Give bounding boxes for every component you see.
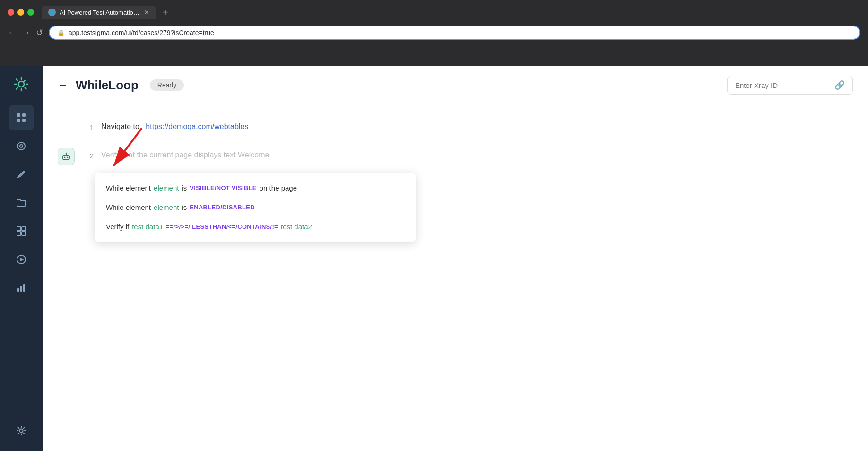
svg-rect-16 xyxy=(23,284,25,292)
sidebar-item-folder[interactable] xyxy=(9,190,34,216)
suggestion-1-prefix: While element xyxy=(106,184,151,192)
step-1-text-prefix: Navigate to xyxy=(101,122,144,130)
suggestion-item-3[interactable]: Verify if test data1 ==/>/>=/ LESSTHAN/<… xyxy=(95,217,416,236)
svg-rect-2 xyxy=(22,113,26,117)
suggestion-dropdown: While element element is VISIBLE/NOT VIS… xyxy=(95,173,416,242)
suggestion-2-prefix: While element xyxy=(106,203,151,211)
app-logo xyxy=(11,74,32,95)
back-button[interactable]: ← xyxy=(58,79,68,91)
sidebar-item-reports[interactable] xyxy=(9,275,34,301)
tab-close-button[interactable]: ✕ xyxy=(144,9,149,16)
suggestion-3-kw1: test data1 xyxy=(132,223,163,231)
suggestion-2-middle: is xyxy=(182,203,187,211)
svg-point-22 xyxy=(67,157,69,158)
step-row-1: 1 Navigate to https://demoqa.com/webtabl… xyxy=(43,114,868,142)
sidebar-item-run[interactable] xyxy=(9,247,34,272)
sidebar-item-modules[interactable] xyxy=(9,218,34,244)
suggestion-1-kw2: VISIBLE/NOT VISIBLE xyxy=(190,184,257,191)
suggestion-item-1[interactable]: While element element is VISIBLE/NOT VIS… xyxy=(95,178,416,198)
suggestion-1-kw1: element xyxy=(154,184,179,192)
sidebar-item-edit[interactable] xyxy=(9,162,34,187)
minimize-traffic-light[interactable] xyxy=(17,9,24,16)
suggestion-1-suffix: on the page xyxy=(260,184,297,192)
svg-rect-20 xyxy=(63,155,69,160)
svg-point-5 xyxy=(17,142,25,150)
svg-rect-15 xyxy=(20,286,22,292)
step-row-2: 2 Verify that the current page displays … xyxy=(43,142,868,171)
url-display: app.testsigma.com/ui/td/cases/279?isCrea… xyxy=(69,29,214,36)
app-layout: ← WhileLoop Ready 🔗 xyxy=(0,66,868,451)
ai-suggest-button[interactable] xyxy=(58,148,75,165)
svg-marker-13 xyxy=(20,258,24,261)
svg-point-24 xyxy=(66,153,67,154)
close-traffic-light[interactable] xyxy=(8,9,14,16)
svg-rect-14 xyxy=(17,288,19,292)
link-icon: 🔗 xyxy=(834,80,845,90)
tab-title: AI Powered Test Automation Pl xyxy=(60,9,140,16)
browser-chrome: 🌐 AI Powered Test Automation Pl ✕ + ← → … xyxy=(0,0,868,66)
xray-input-container[interactable]: 🔗 xyxy=(727,76,853,95)
security-lock-icon: 🔒 xyxy=(57,29,65,36)
sidebar xyxy=(0,66,43,451)
suggestion-2-kw2: ENABLED/DISABLED xyxy=(190,204,255,211)
svg-point-6 xyxy=(20,145,23,147)
sidebar-item-settings[interactable] xyxy=(9,418,34,443)
suggestion-3-kw2: ==/>/>=/ LESSTHAN/<=/CONTAINS/!= xyxy=(166,223,278,230)
svg-rect-1 xyxy=(17,113,20,117)
svg-rect-8 xyxy=(17,227,21,231)
status-badge: Ready xyxy=(150,79,184,91)
svg-rect-4 xyxy=(22,119,26,122)
browser-titlebar: 🌐 AI Powered Test Automation Pl ✕ + xyxy=(0,0,868,23)
suggestion-3-prefix: Verify if xyxy=(106,223,129,231)
svg-rect-9 xyxy=(22,227,26,231)
step-1-link[interactable]: https://demoqa.com/webtables xyxy=(146,122,248,130)
forward-nav-button[interactable]: → xyxy=(22,28,30,38)
svg-point-17 xyxy=(20,429,23,433)
test-steps-area: 1 Navigate to https://demoqa.com/webtabl… xyxy=(43,104,868,451)
maximize-traffic-light[interactable] xyxy=(27,9,34,16)
reload-button[interactable]: ↺ xyxy=(36,27,43,38)
traffic-lights xyxy=(8,9,34,16)
svg-rect-3 xyxy=(17,119,20,122)
step-2-number: 2 xyxy=(82,148,94,160)
step-2-content[interactable]: Verify that the current page displays te… xyxy=(101,148,853,159)
browser-tab[interactable]: 🌐 AI Powered Test Automation Pl ✕ xyxy=(42,6,156,19)
suggestion-1-middle: is xyxy=(182,184,187,192)
sidebar-item-dashboard[interactable] xyxy=(9,133,34,159)
step-1-indicator xyxy=(58,120,75,137)
step-2-indicator[interactable] xyxy=(58,148,75,165)
step-1-number: 1 xyxy=(82,120,94,131)
svg-line-7 xyxy=(23,172,24,173)
new-tab-button[interactable]: + xyxy=(163,7,168,18)
page-header: ← WhileLoop Ready 🔗 xyxy=(43,66,868,104)
svg-point-21 xyxy=(64,157,66,158)
sidebar-item-grid[interactable] xyxy=(9,105,34,130)
main-content: ← WhileLoop Ready 🔗 xyxy=(43,66,868,451)
back-nav-button[interactable]: ← xyxy=(8,28,16,38)
step-1-content[interactable]: Navigate to https://demoqa.com/webtables xyxy=(101,120,853,131)
svg-rect-10 xyxy=(17,232,21,235)
xray-id-input[interactable] xyxy=(735,81,830,89)
svg-rect-11 xyxy=(22,232,26,235)
tab-favicon: 🌐 xyxy=(48,9,56,16)
step-2-placeholder: Verify that the current page displays te… xyxy=(101,151,269,159)
browser-addressbar: ← → ↺ 🔒 app.testsigma.com/ui/td/cases/27… xyxy=(0,23,868,44)
suggestion-2-kw1: element xyxy=(154,203,179,211)
suggestion-item-2[interactable]: While element element is ENABLED/DISABLE… xyxy=(95,198,416,217)
suggestion-3-suffix: test data2 xyxy=(281,223,312,231)
page-title: WhileLoop xyxy=(76,78,139,93)
address-bar[interactable]: 🔒 app.testsigma.com/ui/td/cases/279?isCr… xyxy=(49,26,860,40)
